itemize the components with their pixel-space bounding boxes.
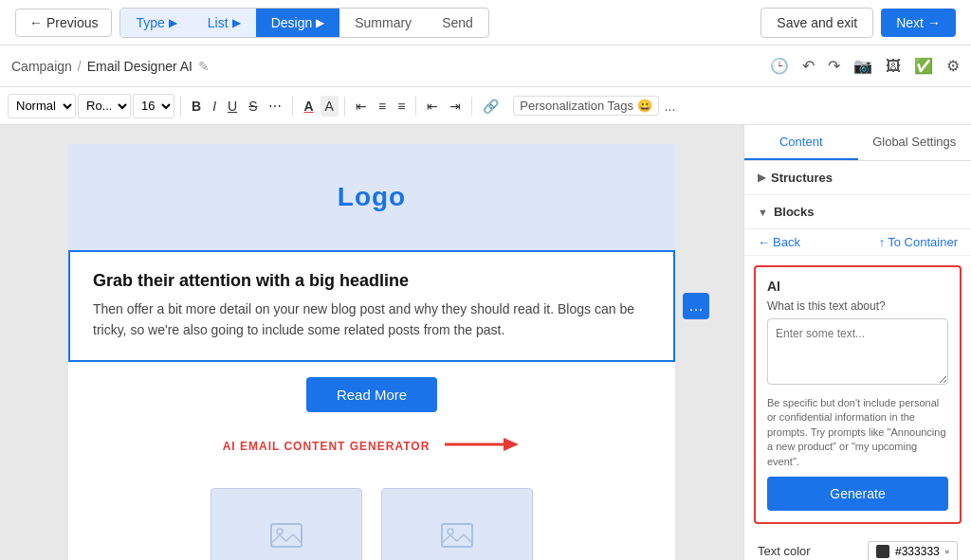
second-bar: Campaign / Email Designer AI ✎ 🕒 ↶ ↷ 📷 🖼…: [0, 45, 971, 87]
image-placeholder-2: [381, 488, 533, 560]
font-bg-button[interactable]: A: [321, 96, 339, 117]
step-list[interactable]: List ▶: [192, 9, 256, 37]
clock-icon[interactable]: 🕒: [770, 57, 789, 75]
to-container-link[interactable]: ↑ To Container: [879, 235, 958, 249]
more-format-button[interactable]: ⋯: [264, 96, 286, 117]
ai-email-label: AI EMAIL CONTENT GENERATOR: [223, 440, 431, 453]
panel-tabs: Content Global Settings: [744, 125, 971, 161]
second-bar-icons: 🕒 ↶ ↷ 📷 🖼 ✅ ⚙: [770, 57, 960, 75]
toolbar-more-button[interactable]: ...: [661, 99, 680, 114]
step-design[interactable]: Design ▶: [256, 9, 340, 37]
photo-icon[interactable]: 🖼: [886, 58, 901, 75]
breadcrumb-current: Email Designer AI: [87, 59, 192, 74]
blocks-collapse-icon: ▼: [758, 207, 768, 218]
prev-arrow-icon: ←: [29, 15, 43, 30]
structures-header[interactable]: ▶ Structures: [758, 171, 958, 185]
svg-point-5: [448, 529, 453, 534]
image-placeholder-1: [211, 488, 362, 560]
next-arrow-icon: →: [927, 15, 941, 30]
next-button[interactable]: Next →: [881, 9, 956, 37]
style-select[interactable]: Normal: [8, 94, 76, 118]
toolbar-divider-1: [180, 97, 181, 116]
breadcrumb-campaign: Campaign: [11, 59, 72, 74]
settings-icon[interactable]: ⚙: [946, 57, 960, 75]
back-arrow-icon: ←: [758, 235, 770, 249]
previous-button[interactable]: ← Previous: [15, 9, 112, 37]
undo-icon[interactable]: ↶: [802, 57, 815, 75]
text-color-label: Text color: [758, 544, 811, 558]
panel-body: ▶ Structures ▼ Blocks ← Back ↑ T: [744, 161, 971, 560]
list-ol-button[interactable]: ≡: [393, 96, 410, 117]
step-type-arrow: ▶: [169, 16, 177, 29]
tab-global-settings[interactable]: Global Settings: [858, 125, 972, 160]
svg-rect-2: [271, 524, 302, 547]
email-container: Logo Grab their attention with a big hea…: [68, 144, 675, 560]
blocks-section: ▼ Blocks: [744, 195, 971, 229]
step-type[interactable]: Type ▶: [120, 9, 192, 37]
toolbar-divider-2: [292, 97, 293, 116]
ai-label-row: AI EMAIL CONTENT GENERATOR: [68, 427, 675, 473]
check-icon[interactable]: ✅: [914, 57, 933, 75]
read-more-button[interactable]: Read More: [306, 377, 437, 412]
body-text: Then offer a bit more detail on your new…: [93, 298, 650, 341]
bold-button[interactable]: B: [187, 96, 206, 117]
previous-label: Previous: [46, 15, 98, 30]
save-exit-button[interactable]: Save and exit: [760, 8, 873, 38]
text-color-value: #333333: [895, 545, 940, 558]
back-link[interactable]: ← Back: [758, 235, 800, 249]
italic-button[interactable]: I: [208, 96, 221, 117]
blocks-header[interactable]: ▼ Blocks: [758, 205, 958, 219]
top-nav-left: ← Previous Type ▶ List ▶ Design ▶ Summar…: [15, 8, 489, 38]
canvas: Logo Grab their attention with a big hea…: [0, 125, 743, 560]
text-color-badge[interactable]: #333333 ▫: [868, 541, 958, 560]
size-select[interactable]: 16: [133, 94, 174, 118]
read-more-block: Read More: [68, 362, 675, 427]
strikethrough-button[interactable]: S: [244, 96, 262, 117]
step-summary[interactable]: Summary: [339, 9, 427, 37]
underline-button[interactable]: U: [223, 96, 242, 117]
font-color-button[interactable]: A: [299, 96, 318, 117]
structures-collapse-icon: ▶: [758, 172, 765, 184]
step-list-arrow: ▶: [232, 16, 241, 29]
text-color-swatch: [876, 545, 889, 558]
breadcrumb-separator: /: [78, 59, 82, 74]
link-button[interactable]: 🔗: [478, 96, 504, 117]
top-nav-right: Save and exit Next →: [760, 8, 956, 38]
images-row: [68, 473, 675, 560]
redo-icon[interactable]: ↷: [828, 57, 840, 75]
structures-label: Structures: [771, 171, 833, 185]
svg-point-3: [277, 529, 283, 534]
step-design-arrow: ▶: [316, 16, 324, 29]
main-area: Logo Grab their attention with a big hea…: [0, 125, 971, 560]
ai-input[interactable]: [767, 318, 948, 385]
personalization-tags[interactable]: Personalization Tags 😀: [513, 96, 658, 116]
ai-title: AI: [767, 279, 948, 294]
logo-block: Logo: [68, 144, 675, 250]
indent-decrease-button[interactable]: ⇤: [422, 96, 443, 117]
indent-increase-button[interactable]: ⇥: [445, 96, 466, 117]
tab-content[interactable]: Content: [744, 125, 858, 160]
top-nav: ← Previous Type ▶ List ▶ Design ▶ Summar…: [0, 0, 971, 45]
list-ul-button[interactable]: ≡: [374, 96, 391, 117]
step-send[interactable]: Send: [427, 9, 488, 37]
image-icon[interactable]: 📷: [853, 57, 872, 75]
align-left-button[interactable]: ⇤: [351, 96, 372, 117]
toolbar-divider-5: [471, 97, 472, 116]
ai-box: AI What is this text about? Be specific …: [754, 265, 962, 524]
text-color-row: Text color #333333 ▫: [744, 533, 971, 560]
content-block[interactable]: Grab their attention with a big headline…: [68, 250, 675, 362]
toolbar-divider-4: [415, 97, 416, 116]
logo-text: Logo: [338, 182, 406, 211]
emoji-icon: 😀: [637, 99, 652, 113]
content-wrapper: Grab their attention with a big headline…: [68, 250, 675, 362]
block-menu-button[interactable]: …: [683, 293, 709, 319]
color-picker-icon: ▫: [945, 545, 949, 558]
svg-marker-1: [504, 438, 519, 451]
generate-button[interactable]: Generate: [767, 477, 948, 511]
toolbar: Normal Ro... 16 B I U S ⋯ A A ⇤ ≡ ≡ ⇤ ⇥ …: [0, 87, 971, 125]
breadcrumb: Campaign / Email Designer AI ✎: [11, 59, 210, 74]
ai-question: What is this text about?: [767, 299, 948, 313]
edit-icon[interactable]: ✎: [198, 59, 210, 74]
font-select[interactable]: Ro...: [78, 94, 131, 118]
svg-rect-4: [442, 524, 472, 547]
